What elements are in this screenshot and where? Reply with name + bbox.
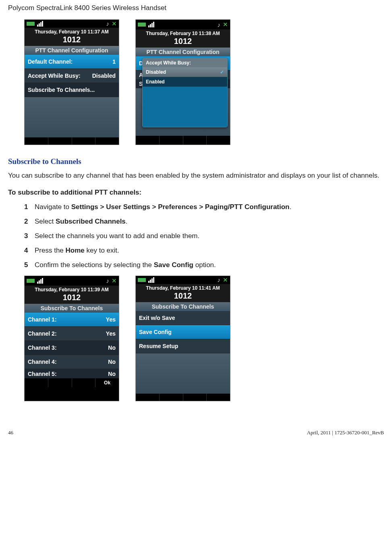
phone-screen-2: ♪ ✕ Thursday, February 10 11:38 AM 1012 … (135, 19, 230, 145)
channel-3-row[interactable]: Channel 3: No (25, 341, 119, 355)
step-number: 3 (24, 232, 35, 240)
step-number: 2 (24, 218, 35, 226)
step-text: Confirm the selections by selecting the … (35, 261, 216, 269)
row-label: Channel 5: (28, 371, 57, 377)
battery-icon (138, 23, 146, 27)
channel-4-row[interactable]: Channel 4: No (25, 355, 119, 369)
date-time: Thursday, February 10 11:37 AM (25, 28, 119, 35)
step-3: 3 Select the channels you want to add an… (24, 232, 384, 240)
signal-icon (148, 277, 154, 283)
step-number: 1 (24, 203, 35, 211)
softkey[interactable] (183, 394, 207, 401)
status-bar: ♪ ✕ (25, 20, 119, 28)
default-channel-row[interactable]: Default Channel: 1 (25, 55, 119, 69)
step-number: 4 (24, 247, 35, 255)
row-label: Save Config (139, 329, 172, 335)
row-label: Accept While Busy: (28, 73, 81, 79)
status-bar: ♪ ✕ (136, 276, 230, 284)
section-heading: Subscribe to Channels (8, 157, 384, 166)
step-text: Navigate to Settings > User Settings > P… (35, 203, 291, 211)
accept-while-busy-row[interactable]: Accept While Busy: Disabled (25, 69, 119, 83)
row-label: Channel 2: (28, 330, 57, 337)
step-1: 1 Navigate to Settings > User Settings >… (24, 203, 384, 211)
popup-option-enabled[interactable]: Enabled (143, 77, 227, 87)
person-icon: ✕ (223, 276, 228, 284)
battery-icon (27, 279, 35, 283)
status-bar: ♪ ✕ (25, 276, 119, 286)
person-icon: ✕ (112, 277, 117, 284)
softkey[interactable] (136, 136, 160, 145)
status-bar: ♪ ✕ (136, 20, 230, 29)
softkey[interactable] (48, 137, 72, 145)
note-icon: ♪ (218, 276, 221, 283)
screenshot-row-1: ♪ ✕ Thursday, February 10 11:37 AM 1012 … (24, 19, 384, 145)
step-text: Select the channels you want to add and … (35, 232, 199, 240)
row-value: No (108, 344, 116, 351)
softkey[interactable] (25, 378, 48, 387)
row-label: Subscribe To Channels... (28, 87, 95, 93)
note-icon: ♪ (106, 20, 110, 27)
phone-screen-3: ♪ ✕ Thursday, February 10 11:39 AM 1012 … (24, 276, 119, 401)
date-time: Thursday, February 10 11:41 AM (136, 284, 230, 291)
subscribe-channels-row[interactable]: Subscribe To Channels... (25, 83, 119, 97)
extension-number: 1012 (136, 291, 230, 302)
channel-2-row[interactable]: Channel 2: Yes (25, 327, 119, 341)
row-value: Yes (106, 316, 116, 323)
battery-icon (27, 22, 35, 26)
popup-body (143, 87, 227, 127)
step-2: 2 Select Subscribed Channels. (24, 218, 384, 226)
option-label: Disabled (146, 69, 166, 75)
row-label: Channel 3: (28, 344, 57, 351)
softkey[interactable] (25, 137, 48, 145)
intro-paragraph: You can subscribe to any channel that ha… (8, 171, 384, 180)
popup-title: Accept While Busy: (143, 58, 227, 67)
softkey[interactable] (136, 394, 160, 401)
battery-icon (138, 278, 146, 282)
step-number: 5 (24, 261, 35, 269)
row-label: Channel 1: (28, 316, 57, 323)
step-5: 5 Confirm the selections by selecting th… (24, 261, 384, 269)
softkey[interactable] (207, 394, 230, 401)
note-icon: ♪ (106, 277, 110, 284)
softkey[interactable] (160, 394, 183, 401)
softkey[interactable] (183, 136, 207, 145)
step-4: 4 Press the Home key to exit. (24, 247, 384, 255)
exit-without-save-row[interactable]: Exit w/o Save (136, 311, 230, 325)
softkey[interactable] (160, 136, 183, 145)
softkey[interactable] (207, 136, 230, 145)
softkey-ok[interactable]: Ok (95, 378, 119, 387)
phone-screen-1: ♪ ✕ Thursday, February 10 11:37 AM 1012 … (24, 19, 119, 145)
signal-icon (148, 22, 154, 27)
screen-title: PTT Channel Configuration (136, 48, 230, 56)
screen-title: Subscribe To Channels (25, 304, 119, 313)
softkey-bar: Ok (25, 378, 119, 387)
softkey-bar (136, 394, 230, 401)
date-time: Thursday, February 10 11:38 AM (136, 29, 230, 37)
step-list: 1 Navigate to Settings > User Settings >… (24, 203, 384, 269)
footer-info: April, 2011 | 1725-36720-001_RevB (307, 429, 384, 436)
extension-number: 1012 (25, 35, 119, 46)
softkey[interactable] (95, 137, 119, 145)
row-label: Resume Setup (139, 343, 178, 349)
step-text: Select Subscribed Channels. (35, 218, 128, 226)
empty-area (136, 353, 230, 394)
check-icon: ✓ (220, 69, 224, 75)
page-number: 46 (8, 429, 13, 436)
save-config-row[interactable]: Save Config (136, 325, 230, 339)
popup-option-disabled[interactable]: Disabled ✓ (143, 67, 227, 77)
option-label: Enabled (146, 79, 165, 85)
page-footer: 46 April, 2011 | 1725-36720-001_RevB (8, 429, 384, 436)
channel-5-row[interactable]: Channel 5: No (25, 369, 119, 378)
row-value: 1 (112, 58, 116, 65)
softkey-bar (25, 137, 119, 145)
signal-icon (37, 21, 43, 27)
resume-setup-row[interactable]: Resume Setup (136, 339, 230, 353)
screen-title: Subscribe To Channels (136, 302, 230, 311)
channel-1-row[interactable]: Channel 1: Yes (25, 313, 119, 327)
softkey[interactable] (72, 137, 96, 145)
softkey[interactable] (72, 378, 96, 387)
extension-number: 1012 (25, 293, 119, 304)
popup-dialog: Accept While Busy: Disabled ✓ Enabled (142, 58, 228, 127)
screen-title: PTT Channel Configuration (25, 46, 119, 55)
softkey[interactable] (48, 378, 72, 387)
